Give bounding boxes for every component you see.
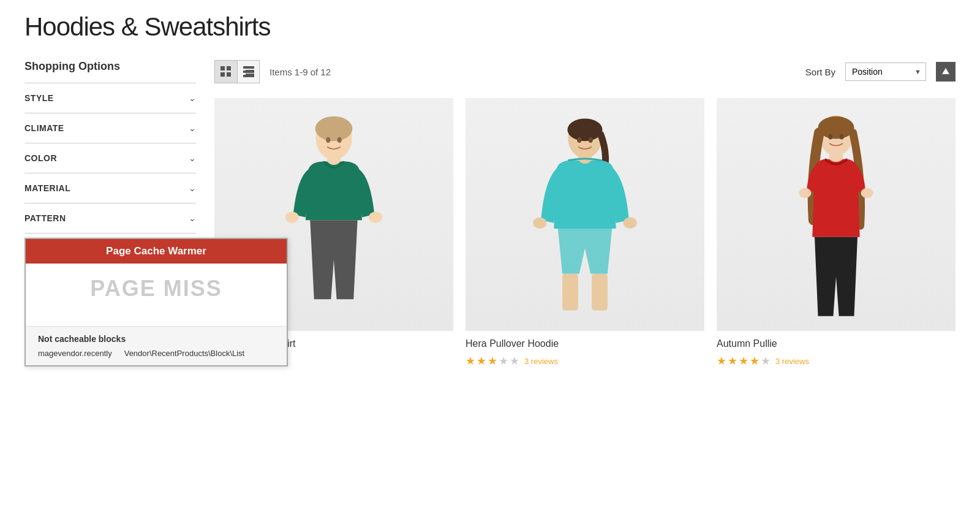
svg-rect-8	[243, 66, 254, 69]
star-2-1: ★	[466, 354, 475, 368]
products-grid: Frankie Sweatshirt	[214, 98, 956, 368]
list-icon	[243, 66, 254, 77]
filter-style-label: STYLE	[24, 93, 54, 103]
product-figure-teal	[524, 107, 646, 322]
svg-point-13	[315, 116, 353, 142]
product-name-3: Autumn Pullie	[717, 338, 956, 349]
chevron-pattern-icon: ⌄	[189, 213, 196, 223]
svg-point-24	[533, 218, 546, 229]
not-cacheable-section: Not cacheable blocks magevendor.recently…	[26, 326, 287, 365]
cache-warmer-header: Page Cache Warmer	[26, 239, 287, 264]
review-count-2: 3 reviews	[524, 357, 558, 366]
view-toggle	[214, 60, 260, 83]
sort-label: Sort By	[805, 67, 835, 77]
review-count-3: 3 reviews	[775, 357, 809, 366]
filter-climate[interactable]: CLIMATE ⌄	[24, 113, 196, 143]
sort-wrapper: Position Product Name Price	[845, 63, 926, 81]
sidebar: Shopping Options STYLE ⌄ CLIMATE ⌄ COLOR…	[24, 60, 196, 368]
product-name-2: Hera Pullover Hoodie	[466, 338, 704, 349]
svg-rect-3	[227, 72, 231, 77]
filter-material[interactable]: MATERIAL ⌄	[24, 173, 196, 203]
svg-rect-2	[221, 72, 225, 77]
svg-point-26	[577, 137, 581, 143]
shopping-options-title: Shopping Options	[24, 60, 196, 83]
svg-rect-9	[243, 70, 254, 73]
svg-point-25	[624, 218, 637, 229]
svg-point-18	[337, 137, 342, 143]
star-3-4: ★	[750, 354, 760, 368]
svg-point-32	[861, 188, 873, 199]
svg-point-16	[369, 211, 382, 222]
products-area: Items 1-9 of 12 Sort By Position Product…	[214, 60, 956, 368]
svg-point-17	[326, 137, 330, 143]
svg-point-31	[799, 188, 811, 199]
product-rating-2: ★ ★ ★ ★ ★ 3 reviews	[466, 354, 704, 368]
filter-color-label: COLOR	[24, 153, 57, 163]
filter-pattern-label: PATTERN	[24, 213, 66, 223]
svg-marker-11	[942, 68, 949, 74]
sort-asc-icon	[941, 67, 951, 77]
svg-rect-1	[227, 66, 231, 70]
block-class: Vendor\RecentProducts\Block\List	[124, 349, 245, 358]
stars-3: ★ ★ ★ ★ ★	[717, 354, 771, 368]
product-rating-3: ★ ★ ★ ★ ★ 3 reviews	[717, 354, 956, 368]
star-2-3: ★	[488, 354, 497, 368]
page-title: Hoodies & Sweatshirts	[24, 12, 956, 42]
svg-point-20	[567, 118, 602, 141]
chevron-style-icon: ⌄	[189, 93, 196, 103]
toolbar: Items 1-9 of 12 Sort By Position Product…	[214, 60, 956, 83]
cache-warmer-body: PAGE MISS	[26, 264, 287, 326]
star-3-5: ★	[761, 354, 771, 368]
star-3-2: ★	[728, 354, 737, 368]
filter-climate-label: CLIMATE	[24, 123, 64, 133]
svg-point-15	[285, 211, 299, 222]
stars-2: ★ ★ ★ ★ ★	[466, 354, 519, 368]
chevron-climate-icon: ⌄	[189, 123, 196, 133]
product-figure-green	[273, 107, 395, 322]
svg-rect-23	[592, 274, 608, 311]
cache-warmer-widget: Page Cache Warmer PAGE MISS Not cacheabl…	[24, 238, 288, 366]
page-container: Hoodies & Sweatshirts Shopping Options S…	[0, 0, 980, 380]
svg-rect-10	[243, 75, 254, 77]
star-2-5: ★	[510, 354, 519, 368]
svg-point-34	[840, 134, 844, 139]
product-card-3: Autumn Pullie ★ ★ ★ ★ ★ 3 reviews	[717, 98, 956, 368]
list-view-button[interactable]	[237, 61, 259, 83]
main-content: Shopping Options STYLE ⌄ CLIMATE ⌄ COLOR…	[24, 60, 956, 368]
svg-rect-22	[562, 274, 578, 311]
chevron-material-icon: ⌄	[189, 183, 196, 193]
block-name: magevendor.recently	[38, 349, 112, 358]
filter-color[interactable]: COLOR ⌄	[24, 143, 196, 173]
filter-style[interactable]: STYLE ⌄	[24, 83, 196, 113]
star-3-1: ★	[717, 354, 726, 368]
grid-icon	[221, 66, 232, 77]
filter-material-label: MATERIAL	[24, 183, 70, 193]
product-image-2[interactable]	[466, 98, 704, 331]
grid-view-button[interactable]	[215, 61, 237, 83]
svg-rect-0	[221, 66, 225, 70]
product-image-3[interactable]	[717, 98, 956, 331]
page-miss-status: PAGE MISS	[38, 276, 274, 302]
not-cacheable-title: Not cacheable blocks	[38, 334, 274, 344]
product-figure-red	[775, 107, 897, 322]
star-2-2: ★	[477, 354, 486, 368]
svg-point-27	[589, 137, 593, 143]
star-2-4: ★	[499, 354, 508, 368]
sort-asc-button[interactable]	[936, 62, 956, 82]
not-cacheable-row: magevendor.recently Vendor\RecentProduct…	[38, 349, 274, 358]
chevron-color-icon: ⌄	[189, 153, 196, 163]
items-count: Items 1-9 of 12	[270, 67, 796, 77]
star-3-3: ★	[739, 354, 748, 368]
filter-pattern[interactable]: PATTERN ⌄	[24, 203, 196, 234]
svg-point-33	[828, 134, 832, 139]
sort-select[interactable]: Position Product Name Price	[845, 63, 926, 81]
product-card-2: Hera Pullover Hoodie ★ ★ ★ ★ ★ 3 reviews	[466, 98, 704, 368]
